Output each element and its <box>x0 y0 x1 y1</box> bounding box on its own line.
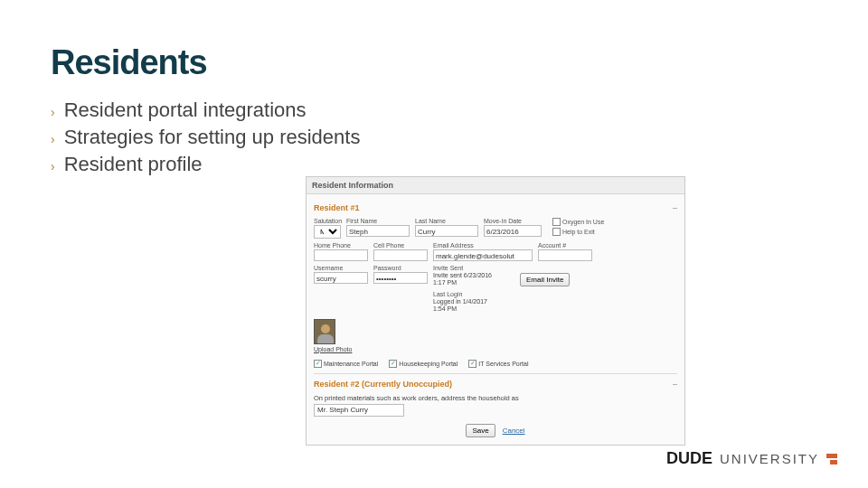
logo-university: UNIVERSITY <box>720 451 819 466</box>
house-portal-checkbox[interactable]: ✓ <box>389 360 397 368</box>
oxygen-label: Oxygen In Use <box>562 219 604 225</box>
footer-logo: DUDE UNIVERSITY <box>666 449 837 468</box>
household-input[interactable]: Mr. Steph Curry <box>314 404 404 417</box>
help-label: Help to Exit <box>562 229 595 235</box>
logo-mark-icon <box>826 454 837 465</box>
movein-field[interactable]: 6/23/2016 <box>484 225 542 237</box>
username-label: Username <box>314 265 368 271</box>
collapse-icon[interactable]: – <box>673 380 677 389</box>
logo-dude: DUDE <box>666 449 712 468</box>
panel-header: Resident Information <box>307 177 684 194</box>
bullet-item: Resident profile <box>64 153 203 176</box>
movein-label: Move-In Date <box>484 218 542 224</box>
maint-portal-label: Maintenance Portal <box>324 361 378 367</box>
oxygen-checkbox[interactable] <box>552 218 561 226</box>
password-field[interactable]: •••••••• <box>373 272 428 284</box>
home-phone-field[interactable] <box>314 249 368 261</box>
help-checkbox[interactable] <box>552 228 561 236</box>
home-phone-label: Home Phone <box>314 242 368 249</box>
last-login-label: Last Login <box>433 291 514 297</box>
last-login-value: Logged in 1/4/2017 1:54 PM <box>433 298 514 314</box>
resident1-title[interactable]: Resident #1– <box>314 203 677 212</box>
upload-photo-link[interactable]: Upload Photo <box>314 346 352 352</box>
collapse-icon[interactable]: – <box>673 203 677 212</box>
bullet-marker: › <box>51 159 55 174</box>
salutation-select[interactable]: Mr. <box>314 225 341 239</box>
salutation-label: Salutation <box>314 218 341 224</box>
cell-phone-label: Cell Phone <box>373 242 428 249</box>
bullet-item: Resident portal integrations <box>64 99 307 122</box>
cell-phone-field[interactable] <box>373 249 428 261</box>
household-caption: On printed materials such as work orders… <box>314 394 677 402</box>
save-button[interactable]: Save <box>466 424 495 437</box>
account-field[interactable] <box>538 249 592 261</box>
bullet-marker: › <box>51 105 55 119</box>
email-invite-button[interactable]: Email Invite <box>520 273 570 286</box>
password-label: Password <box>373 265 428 271</box>
account-label: Account # <box>538 242 592 249</box>
it-portal-checkbox[interactable]: ✓ <box>468 360 476 368</box>
house-portal-label: Housekeeping Portal <box>399 361 458 367</box>
resident2-title[interactable]: Resident #2 (Currently Unoccupied)– <box>314 380 677 389</box>
bullet-item: Strategies for setting up residents <box>64 126 361 149</box>
invite-label: Invite Sent <box>433 265 514 271</box>
slide-title: Residents <box>51 43 817 82</box>
first-name-label: First Name <box>346 218 410 224</box>
invite-sent-value: Invite sent 6/23/2016 1:17 PM <box>433 272 514 287</box>
first-name-field[interactable]: Steph <box>346 225 410 237</box>
bullet-list: ›Resident portal integrations ›Strategie… <box>51 99 817 176</box>
avatar <box>314 319 335 344</box>
bullet-marker: › <box>51 132 55 146</box>
email-label: Email Address <box>433 242 533 249</box>
email-field[interactable]: mark.glende@dudesolut <box>433 249 533 261</box>
last-name-field[interactable]: Curry <box>415 225 478 237</box>
cancel-link[interactable]: Cancel <box>503 427 525 435</box>
last-name-label: Last Name <box>415 218 478 224</box>
it-portal-label: IT Services Portal <box>478 361 528 367</box>
resident-info-panel: Resident Information Resident #1– Saluta… <box>306 176 685 446</box>
maint-portal-checkbox[interactable]: ✓ <box>314 360 322 368</box>
username-field[interactable]: scurry <box>314 272 368 284</box>
